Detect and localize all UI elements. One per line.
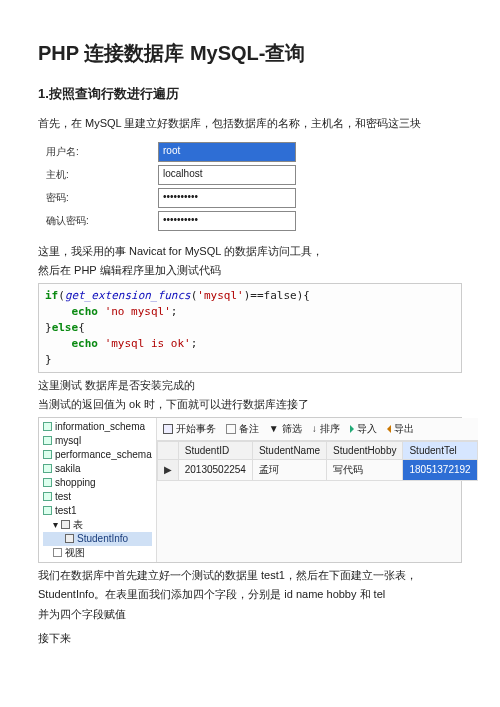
view-folder-icon: [53, 548, 62, 557]
db-icon: [43, 478, 52, 487]
db-icon: [43, 422, 52, 431]
cell: 孟珂: [252, 459, 326, 480]
confirm-password-input[interactable]: ••••••••••: [158, 211, 296, 231]
export-icon: [387, 425, 391, 433]
tree-node: information_schema: [43, 420, 152, 434]
cell: 20130502254: [178, 459, 252, 480]
row-marker: ▶: [157, 459, 178, 480]
tree-node: sakila: [43, 462, 152, 476]
host-label: 主机:: [38, 168, 158, 182]
table-folder-icon: [61, 520, 70, 529]
section-heading: 1.按照查询行数进行遍历: [38, 85, 462, 103]
next-paragraph: 接下来: [38, 628, 462, 649]
tree-folder: ▾ 表: [43, 518, 152, 532]
tree-node: test1: [43, 504, 152, 518]
after-paragraph-2: StudentInfo。在表里面我们添加四个字段，分别是 id name hob…: [38, 586, 462, 603]
col-header-selected: StudentTel: [403, 441, 477, 459]
toolbar-import[interactable]: 导入: [350, 422, 377, 436]
host-input[interactable]: localhost: [158, 165, 296, 185]
col-header: StudentName: [252, 441, 326, 459]
confirm-password-label: 确认密码:: [38, 214, 158, 228]
code-block: if(get_extension_funcs('mysql')==false){…: [38, 283, 462, 373]
cell-selected: 18051372192: [403, 459, 477, 480]
db-icon: [43, 436, 52, 445]
tree-table-selected[interactable]: StudentInfo: [43, 532, 152, 546]
memo-icon: [226, 424, 236, 434]
tree-node: mysql: [43, 434, 152, 448]
test-line-2: 当测试的返回值为 ok 时，下面就可以进行数据库连接了: [38, 396, 462, 413]
tree-node: shopping: [43, 476, 152, 490]
col-header: StudentID: [178, 441, 252, 459]
toolbar-filter[interactable]: ▼筛选: [269, 422, 302, 436]
password-input[interactable]: ••••••••••: [158, 188, 296, 208]
data-grid[interactable]: StudentID StudentName StudentHobby Stude…: [157, 441, 478, 481]
page-title: PHP 连接数据库 MySQL-查询: [38, 40, 462, 67]
tree-node: performance_schema: [43, 448, 152, 462]
start-transaction-icon: [163, 424, 173, 434]
table-row: ▶ 20130502254 孟珂 写代码 18051372192: [157, 459, 477, 480]
db-tree[interactable]: information_schema mysql performance_sch…: [39, 418, 157, 562]
db-icon: [43, 492, 52, 501]
intro-paragraph: 首先，在 MySQL 里建立好数据库，包括数据库的名称，主机名，和密码这三块: [38, 113, 462, 134]
navicat-screenshot: information_schema mysql performance_sch…: [38, 417, 462, 563]
after-paragraph-1: 我们在数据库中首先建立好一个测试的数据里 test1，然后在下面建立一张表，: [38, 567, 462, 584]
user-label: 用户名:: [38, 145, 158, 159]
import-icon: [350, 425, 354, 433]
cell: 写代码: [327, 459, 403, 480]
after-paragraph-3: 并为四个字段赋值: [38, 606, 462, 623]
toolbar-start-transaction[interactable]: 开始事务: [163, 422, 216, 436]
db-credentials-form: 用户名: root 主机: localhost 密码: •••••••••• 确…: [38, 142, 462, 231]
then-paragraph: 然后在 PHP 编辑程序里加入测试代码: [38, 262, 462, 279]
toolbar-sort[interactable]: ↓排序: [312, 422, 340, 436]
password-label: 密码:: [38, 191, 158, 205]
db-icon: [43, 450, 52, 459]
tree-folder: 视图: [43, 546, 152, 560]
col-header: StudentHobby: [327, 441, 403, 459]
tree-node: test: [43, 490, 152, 504]
toolbar-memo[interactable]: 备注: [226, 422, 259, 436]
grid-toolbar: 开始事务 备注 ▼筛选 ↓排序 导入 导出: [157, 418, 478, 441]
toolbar-export[interactable]: 导出: [387, 422, 414, 436]
test-line-1: 这里测试 数据库是否安装完成的: [38, 377, 462, 394]
db-icon: [43, 464, 52, 473]
db-icon: [43, 506, 52, 515]
table-icon: [65, 534, 74, 543]
tool-paragraph: 这里，我采用的事 Navicat for MySQL 的数据库访问工具，: [38, 243, 462, 260]
user-input[interactable]: root: [158, 142, 296, 162]
